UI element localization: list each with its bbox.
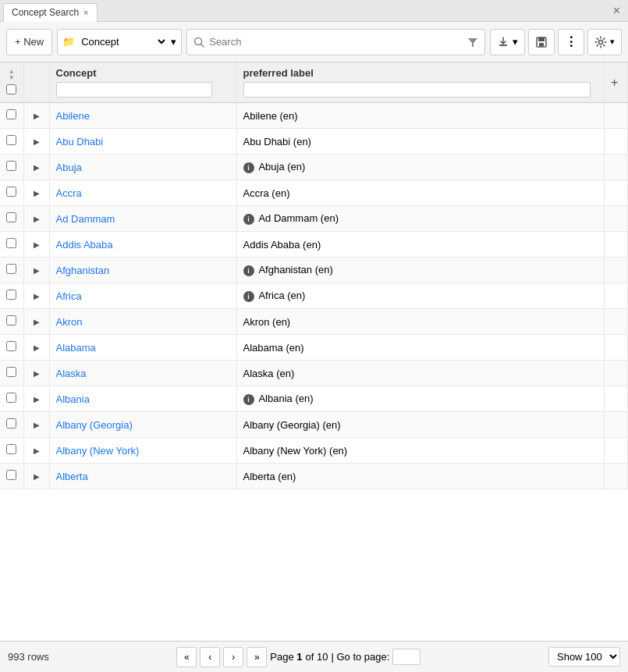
row-action-cell <box>605 309 628 335</box>
expand-row-button[interactable]: ▶ <box>30 213 43 225</box>
concept-link[interactable]: Africa <box>56 290 82 302</box>
table-row: ▶ Abilene Abilene (en) <box>0 103 628 129</box>
concept-filter-input[interactable] <box>56 82 213 98</box>
row-checkbox[interactable] <box>6 264 16 274</box>
row-checkbox[interactable] <box>6 315 16 325</box>
row-action-cell <box>605 335 628 361</box>
expand-row-button[interactable]: ▶ <box>30 110 43 122</box>
next-page-button[interactable]: › <box>223 647 243 667</box>
row-action-cell <box>605 232 628 258</box>
concept-link[interactable]: Ad Dammam <box>56 213 115 225</box>
select-all-checkbox[interactable] <box>6 84 16 94</box>
concept-link[interactable]: Albania <box>56 393 90 405</box>
concept-link[interactable]: Albany (New York) <box>56 445 140 457</box>
concept-link[interactable]: Addis Ababa <box>56 239 113 251</box>
row-checkbox[interactable] <box>6 367 16 377</box>
concept-dropdown-icon: ▾ <box>171 36 176 48</box>
row-checkbox[interactable] <box>6 109 16 119</box>
header-plus-col: + <box>605 62 628 103</box>
row-expand-cell: ▶ <box>23 438 49 464</box>
show-count-select[interactable]: Show 100 Show 50 Show 25 <box>548 647 620 667</box>
window-close-icon[interactable]: × <box>608 4 625 18</box>
page-input[interactable]: 1 <box>392 649 420 665</box>
row-checkbox[interactable] <box>6 470 16 480</box>
concept-link[interactable]: Abu Dhabi <box>56 136 104 148</box>
concept-link[interactable]: Accra <box>56 187 82 199</box>
expand-row-button[interactable]: ▶ <box>30 445 43 457</box>
row-checkbox[interactable] <box>6 444 16 454</box>
search-bar[interactable] <box>186 29 485 55</box>
row-checkbox[interactable] <box>6 393 16 403</box>
row-concept-cell: Alaska <box>49 361 236 386</box>
svg-rect-5 <box>538 37 545 41</box>
row-checkbox[interactable] <box>6 341 16 351</box>
new-button[interactable]: + New <box>6 29 52 55</box>
table-body: ▶ Abilene Abilene (en) ▶ Abu Dhabi Abu D… <box>0 103 628 489</box>
row-checkbox-cell <box>0 180 23 206</box>
settings-button[interactable]: ▾ <box>587 29 622 55</box>
expand-row-button[interactable]: ▶ <box>30 265 43 276</box>
row-checkbox-cell <box>0 412 23 438</box>
expand-row-button[interactable]: ▶ <box>30 239 43 251</box>
concept-selector[interactable]: 📁 Concept ▾ <box>57 29 182 55</box>
row-expand-cell: ▶ <box>23 386 49 412</box>
of-label: of 10 <box>306 651 328 663</box>
expand-row-button[interactable]: ▶ <box>30 290 43 302</box>
search-input[interactable] <box>209 36 463 48</box>
row-checkbox[interactable] <box>6 187 16 197</box>
concept-link[interactable]: Alabama <box>56 342 96 354</box>
row-checkbox[interactable] <box>6 290 16 300</box>
last-page-button[interactable]: » <box>247 647 267 667</box>
row-checkbox[interactable] <box>6 238 16 248</box>
concept-link[interactable]: Abuja <box>56 162 82 173</box>
label-filter-input[interactable] <box>243 82 591 98</box>
row-checkbox[interactable] <box>6 212 16 222</box>
table-container: ▲▼ Concept preferred label <box>0 62 628 641</box>
expand-row-button[interactable]: ▶ <box>30 187 43 199</box>
label-text: Abuja (en) <box>258 161 305 172</box>
info-icon: i <box>243 162 254 173</box>
concept-link[interactable]: Akron <box>56 316 83 328</box>
label-text: Afghanistan (en) <box>258 264 332 276</box>
info-icon: i <box>243 291 254 302</box>
toolbar-right: ▾ ⋮ ▾ <box>490 29 622 55</box>
row-checkbox[interactable] <box>6 418 16 428</box>
tab-close-icon[interactable]: × <box>83 8 88 17</box>
row-concept-cell: Albany (New York) <box>49 438 236 464</box>
row-checkbox-cell <box>0 155 23 180</box>
expand-row-button[interactable]: ▶ <box>30 368 43 379</box>
header-label-col: preferred label <box>236 62 605 103</box>
expand-row-button[interactable]: ▶ <box>30 342 43 354</box>
expand-row-button[interactable]: ▶ <box>30 316 43 328</box>
tab-bar: Concept Search × × <box>0 0 628 22</box>
concept-link[interactable]: Albany (Georgia) <box>56 419 133 431</box>
concept-link[interactable]: Afghanistan <box>56 265 110 276</box>
table-row: ▶ Africa i Africa (en) <box>0 283 628 309</box>
row-label-cell: Accra (en) <box>236 180 605 206</box>
label-text: Akron (en) <box>243 316 291 328</box>
row-action-cell <box>605 464 628 489</box>
download-button[interactable]: ▾ <box>490 29 525 55</box>
expand-row-button[interactable]: ▶ <box>30 136 43 148</box>
row-checkbox-cell <box>0 258 23 283</box>
more-button[interactable]: ⋮ <box>558 29 584 55</box>
row-concept-cell: Alabama <box>49 335 236 361</box>
expand-row-button[interactable]: ▶ <box>30 393 43 405</box>
expand-row-button[interactable]: ▶ <box>30 419 43 431</box>
save-button[interactable] <box>528 29 555 55</box>
add-column-button[interactable]: + <box>611 76 618 90</box>
row-checkbox[interactable] <box>6 161 16 171</box>
expand-row-button[interactable]: ▶ <box>30 162 43 173</box>
expand-row-button[interactable]: ▶ <box>30 471 43 482</box>
concept-search-tab[interactable]: Concept Search × <box>3 3 98 22</box>
show-count-control: Show 100 Show 50 Show 25 <box>548 647 620 667</box>
concept-link[interactable]: Abilene <box>56 110 90 122</box>
row-label-cell: Albany (New York) (en) <box>236 438 605 464</box>
concept-link[interactable]: Alaska <box>56 368 87 379</box>
concept-dropdown[interactable]: Concept <box>78 35 168 48</box>
filter-icon[interactable] <box>467 37 478 48</box>
row-checkbox[interactable] <box>6 135 16 145</box>
concept-link[interactable]: Alberta <box>56 471 88 482</box>
first-page-button[interactable]: « <box>176 647 197 667</box>
prev-page-button[interactable]: ‹ <box>200 647 220 667</box>
